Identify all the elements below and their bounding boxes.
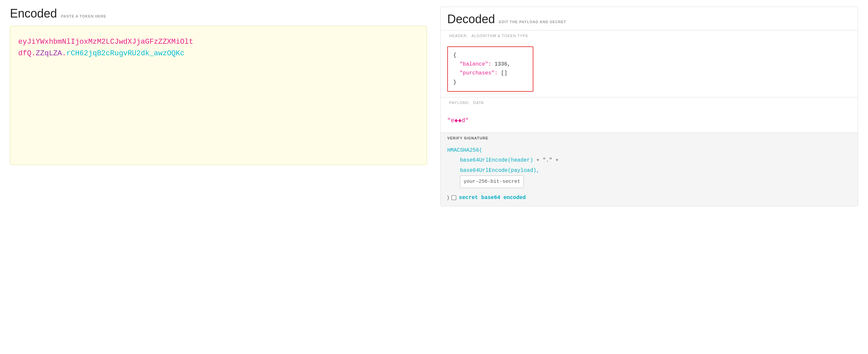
decoded-panel: Decoded EDIT THE PAYLOAD AND SECRET HEAD… — [440, 7, 858, 206]
token-dot1: . — [31, 49, 36, 58]
decoded-subtitle: EDIT THE PAYLOAD AND SECRET — [499, 20, 566, 24]
secret-base64-label: secret base64 encoded — [459, 195, 526, 201]
payload-section: PAYLOAD: DATA "e◆◆d" — [441, 97, 858, 133]
token-dot2: . — [62, 49, 66, 58]
verify-section: VERIFY SIGNATURE HMACSHA256( base64UrlEn… — [441, 133, 858, 206]
header-json-line3: "purchases": [] — [453, 70, 507, 76]
header-section-content[interactable]: { "balance": 1336, "purchases": [] } — [441, 41, 858, 97]
verify-footer: ) secret base64 encoded — [441, 195, 858, 206]
header-json-line1: { — [453, 52, 457, 58]
token-part3: ZZqLZA — [36, 49, 62, 58]
header-section: HEADER: ALGORITHM & TOKEN TYPE { "balanc… — [441, 30, 858, 97]
decoded-section-header: Decoded EDIT THE PAYLOAD AND SECRET — [441, 7, 858, 30]
encoded-token-box[interactable]: eyJiYWxhbmNlIjoxMzM2LCJwdXJjaGFzZZXMiOlt… — [10, 26, 427, 165]
verify-line-func: HMACSHA256( — [447, 146, 851, 155]
secret-base64-checkbox[interactable] — [452, 195, 456, 200]
verify-code-block: HMACSHA256( base64UrlEncode(header) + ".… — [441, 140, 858, 195]
encoded-panel: Encoded PASTE A TOKEN HERE eyJiYWxhbmNlI… — [10, 7, 427, 206]
verify-line1: base64UrlEncode(header) + "." + — [447, 155, 851, 165]
header-json-line2: "balance": 1336, — [453, 61, 510, 67]
header-section-label: HEADER: ALGORITHM & TOKEN TYPE — [441, 30, 858, 41]
verify-close-paren: ) — [447, 195, 449, 201]
encoded-section-header: Encoded PASTE A TOKEN HERE — [10, 7, 427, 21]
encoded-title: Encoded — [10, 7, 57, 21]
payload-section-content[interactable]: "e◆◆d" — [441, 108, 858, 132]
payload-section-label: PAYLOAD: DATA — [441, 97, 858, 108]
encoded-subtitle: PASTE A TOKEN HERE — [61, 14, 106, 18]
encoded-token-text: eyJiYWxhbmNlIjoxMzM2LCJwdXJjaGFzZZXMiOlt… — [18, 36, 419, 59]
token-part4: rCH62jqB2cRugvRU2dk_awzOQKc — [66, 49, 184, 58]
decoded-title: Decoded — [447, 12, 495, 26]
payload-value: "e◆◆d" — [447, 113, 851, 127]
secret-input[interactable]: your-256-bit-secret — [460, 175, 524, 188]
header-json-line4: } — [453, 79, 457, 86]
verify-line2: base64UrlEncode(payload), — [447, 166, 851, 175]
token-part2: dfQ — [18, 49, 31, 58]
token-part1: eyJiYWxhbmNlIjoxMzM2LCJwdXJjaGFzZZXMiOlt — [18, 38, 193, 46]
verify-section-label: VERIFY SIGNATURE — [441, 133, 858, 140]
header-json-box: { "balance": 1336, "purchases": [] } — [447, 46, 533, 92]
verify-line-secret: your-256-bit-secret — [447, 175, 851, 188]
